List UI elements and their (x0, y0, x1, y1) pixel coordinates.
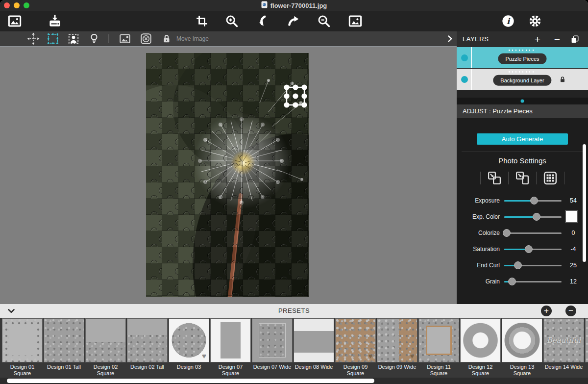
preset-tile[interactable]: Design 07 Wide (252, 319, 292, 377)
preset-tile[interactable] (586, 319, 588, 377)
layer-lock-icon[interactable] (559, 76, 566, 85)
zoom-out-button[interactable] (316, 13, 332, 29)
resize-dot-icon (521, 100, 524, 103)
slider-thumb[interactable] (503, 229, 511, 237)
preset-thumbnail[interactable] (461, 319, 500, 362)
mask-person-tool-icon[interactable] (66, 31, 81, 46)
preset-tile[interactable]: Design 02 Square (86, 319, 125, 377)
add-layer-button[interactable]: + (531, 31, 544, 47)
remove-preset-button[interactable]: − (565, 306, 576, 316)
layer-row[interactable]: Puzzle Pieces (457, 47, 588, 69)
adjust-scrollbar[interactable] (583, 144, 586, 262)
lightbulb-hint-icon[interactable] (87, 31, 101, 46)
settings-gear-icon[interactable] (527, 13, 543, 29)
preset-tile[interactable]: Design 12 Square (461, 319, 500, 377)
preset-thumbnail[interactable] (44, 319, 84, 362)
canvas-area[interactable] (0, 47, 457, 304)
preset-tile[interactable]: Design 08 Wide (294, 319, 334, 377)
divider (462, 152, 583, 152)
preset-thumbnail[interactable]: ♥ (336, 319, 375, 362)
lock-image-icon[interactable] (159, 31, 174, 46)
image-layer-icon[interactable] (118, 31, 132, 46)
slider-label: Grain (457, 278, 500, 285)
preset-thumbnail[interactable] (252, 319, 292, 362)
slider-thumb[interactable] (530, 197, 538, 205)
adjust-panel: Auto Generate Photo Settings Exposure54E… (457, 133, 588, 319)
preset-tile[interactable]: ♥Design 09 Square (336, 319, 375, 377)
preset-thumbnail[interactable] (211, 319, 250, 362)
preset-tile[interactable]: Design 13 Square (502, 319, 542, 377)
duplicate-layer-icon[interactable] (568, 31, 581, 47)
slider-row: Exp. Color (457, 208, 588, 225)
redo-button[interactable] (285, 13, 301, 29)
slider-track[interactable] (504, 213, 562, 221)
move-tool-icon[interactable] (26, 31, 41, 46)
slider-value: 12 (562, 278, 585, 285)
zoom-in-button[interactable] (223, 13, 240, 29)
scale-photo-down-icon[interactable] (486, 170, 503, 186)
slider-track[interactable] (504, 197, 562, 205)
slider-thumb[interactable] (514, 261, 522, 269)
main-toolbar: i (0, 11, 588, 31)
slider-track[interactable] (504, 261, 562, 269)
preset-tile[interactable]: Design 07 Square (211, 319, 250, 377)
preset-tile[interactable]: ♥Design 03 (169, 319, 209, 377)
layer-visibility-toggle[interactable] (461, 76, 468, 83)
remove-image-icon[interactable] (139, 31, 153, 46)
slider-thumb[interactable] (533, 213, 540, 221)
exp-color-swatch[interactable] (565, 210, 578, 223)
preset-thumbnail-overlay: Beautiful (544, 336, 584, 345)
slider-label: Exposure (457, 197, 500, 204)
remove-layer-button[interactable]: − (551, 31, 564, 47)
preset-thumbnail[interactable]: ♥ (169, 319, 209, 362)
panel-spacer (457, 90, 588, 98)
slider-row: Exposure54 (457, 192, 588, 208)
preset-tile[interactable]: Design 01 Square (2, 319, 42, 377)
layer-visibility-toggle[interactable] (461, 54, 468, 61)
preset-tile[interactable]: Design 11 Square (419, 319, 459, 377)
layer-name-pill[interactable]: Puzzle Pieces (498, 53, 546, 64)
preset-thumbnail[interactable] (294, 319, 334, 362)
canvas-image[interactable] (146, 53, 309, 297)
preset-thumbnail[interactable] (502, 319, 542, 362)
info-button[interactable]: i (500, 13, 516, 29)
preset-thumbnail[interactable] (419, 319, 459, 362)
panel-resize-handle[interactable] (457, 98, 588, 104)
preset-thumbnail[interactable] (2, 319, 42, 362)
auto-generate-button[interactable]: Auto Generate (477, 133, 568, 145)
layer-row[interactable]: Background Layer (457, 69, 588, 90)
add-preset-button[interactable]: + (541, 306, 552, 316)
slider-track[interactable] (504, 245, 562, 253)
puzzle-grid-settings-icon[interactable] (542, 170, 559, 186)
preset-label: Design 02 Square (86, 364, 125, 377)
preview-image-button[interactable] (347, 13, 364, 29)
marquee-select-tool-icon[interactable] (46, 31, 60, 46)
slider-row: End Curl25 (457, 257, 588, 273)
preset-tile[interactable]: Design 02 Tall (127, 319, 167, 377)
preset-tile[interactable]: ♥Design 09 Wide (377, 319, 417, 377)
slider-track[interactable] (504, 278, 562, 285)
slider-track[interactable] (504, 229, 562, 237)
collapse-panel-chevron-icon[interactable] (442, 31, 457, 46)
puzzle-grid-handle[interactable] (284, 84, 307, 107)
crop-button[interactable] (194, 13, 210, 29)
preset-thumbnail[interactable] (586, 319, 588, 362)
preset-thumbnail[interactable] (86, 319, 125, 362)
preset-tile[interactable]: Design 01 Tall (44, 319, 84, 377)
scale-photo-fit-icon[interactable] (514, 170, 531, 186)
preset-label: Design 07 Square (211, 364, 250, 377)
slider-thumb[interactable] (525, 245, 533, 253)
layer-name-pill[interactable]: Background Layer (493, 75, 551, 85)
open-image-button[interactable] (6, 13, 23, 29)
slider-thumb[interactable] (508, 278, 516, 285)
preset-thumbnail[interactable] (127, 319, 167, 362)
layer-drag-handle-icon[interactable] (509, 50, 536, 51)
preset-tile[interactable]: BeautifulDesign 14 Wide (544, 319, 584, 377)
preset-thumbnail[interactable]: Beautiful (544, 319, 584, 362)
presets-scrollbar[interactable] (7, 379, 374, 383)
preset-label: Design 01 Tall (44, 364, 84, 377)
layer-drag-handle-icon[interactable] (509, 71, 536, 73)
save-image-button[interactable] (47, 13, 63, 29)
undo-button[interactable] (254, 13, 271, 29)
preset-thumbnail[interactable]: ♥ (377, 319, 417, 362)
